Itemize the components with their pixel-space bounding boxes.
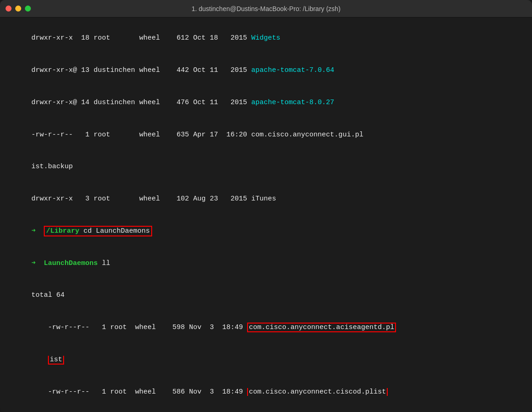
list-item-cont: ist.backup [6,151,526,183]
list-item: drwxr-xr-x@ 13 dustinchen wheel 442 Oct … [6,54,526,87]
minimize-button[interactable] [15,6,21,12]
list-item-cont: ist [6,344,526,376]
window-title: 1. dustinchen@Dustins-MacBook-Pro: /Libr… [191,5,340,12]
list-item: -rw-r--r-- 1 root wheel 586 Nov 3 18:49 … [6,376,526,408]
list-item: drwxr-xr-x@ 14 dustinchen wheel 476 Oct … [6,87,526,119]
traffic-lights [6,6,31,12]
list-item: -rw-r--r-- 1 root wheel 598 Nov 3 18:49 … [6,312,526,344]
terminal-body[interactable]: drwxr-xr-x 18 root wheel 612 Oct 18 2015… [0,18,532,412]
list-item: -rw-r--r-- 1 root wheel 611 Nov 3 18:50 … [6,408,526,412]
list-item: -rw-r--r-- 1 root wheel 635 Apr 17 16:20… [6,118,526,151]
prompt-ll: ➜ LaunchDaemons ll [6,247,526,279]
maximize-button[interactable] [25,6,31,12]
titlebar: 1. dustinchen@Dustins-MacBook-Pro: /Libr… [0,0,532,18]
prompt-cd-launchdaemons: ➜ /Library cd LaunchDaemons [6,215,526,247]
close-button[interactable] [6,6,12,12]
list-item: drwxr-xr-x 3 root wheel 102 Aug 23 2015 … [6,183,526,215]
total-line: total 64 [6,279,526,312]
cisco-files-block: -rw-r--r-- 1 root wheel 598 Nov 3 18:49 … [6,312,526,412]
terminal-window: 1. dustinchen@Dustins-MacBook-Pro: /Libr… [0,0,532,412]
list-item: drwxr-xr-x 18 root wheel 612 Oct 18 2015… [6,22,526,54]
